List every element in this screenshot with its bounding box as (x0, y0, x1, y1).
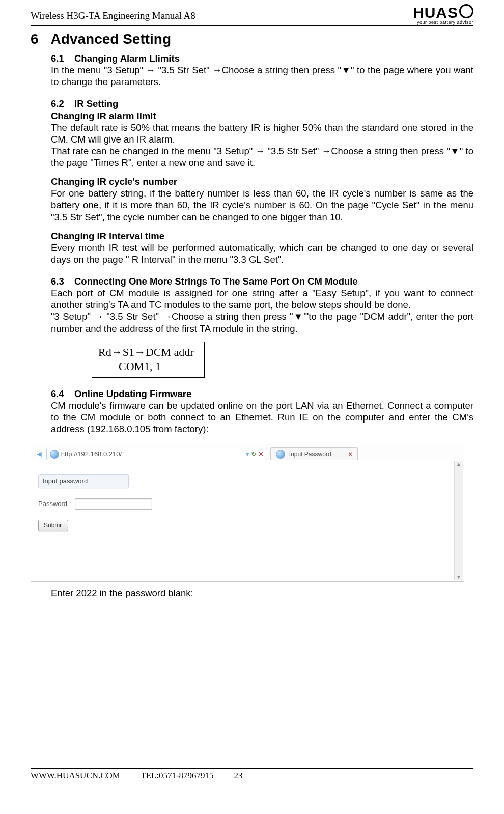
logo-circle-icon (459, 4, 473, 18)
subsection-6-3-heading: 6.3Connecting One More Strings To The Sa… (51, 275, 473, 287)
browser-viewport: Input password Password : Submit ▲ ▼ (31, 460, 464, 581)
subsection-num: 6.3 (51, 275, 74, 287)
scroll-up-icon[interactable]: ▲ (456, 461, 461, 468)
brand-logo: HUAS your best battery advisor (413, 5, 473, 24)
lcd-display-box: Rd→S1→DCM addr COM1, 1 (92, 342, 205, 378)
doc-title: Wireless H3G-TA Engineering Manual A8 (31, 5, 195, 21)
subsection-6-4-heading: 6.4Online Updating Firmware (51, 388, 473, 400)
subsection-num: 6.1 (51, 52, 74, 64)
body-text: "3 Setup" → "3.5 Str Set" →Choose a stri… (51, 311, 473, 334)
address-bar-controls: ▾ ↻ ✕ (243, 450, 264, 458)
body-text: The default rate is 50% that means the b… (51, 122, 473, 145)
subsection-title: IR Setting (74, 98, 118, 109)
scrollbar[interactable]: ▲ ▼ (454, 461, 463, 580)
footer-site: WWW.HUASUCN.COM (31, 771, 120, 781)
ie-icon (276, 450, 285, 459)
subsection-title: Connecting One More Strings To The Same … (74, 276, 358, 287)
tab-title: Input Password (289, 451, 331, 458)
back-icon[interactable]: ◄ (35, 449, 43, 459)
page-footer: WWW.HUASUCN.COM TEL:0571-87967915 23 (31, 771, 243, 781)
browser-tab[interactable]: Input Password × (270, 447, 358, 460)
url-text: http://192.168.0.210/ (61, 450, 122, 458)
subsection-num: 6.2 (51, 98, 74, 109)
body-text: Enter 2022 in the password blank: (51, 587, 473, 599)
subsection-6-1-heading: 6.1Changing Alarm Llimits (51, 52, 473, 64)
scroll-down-icon[interactable]: ▼ (456, 574, 461, 581)
section-heading: 6Advanced Setting (31, 31, 473, 47)
browser-toolbar: ◄ http://192.168.0.210/ ▾ ↻ ✕ Input Pass… (31, 444, 464, 460)
dropdown-icon[interactable]: ▾ (246, 450, 249, 458)
logo-tagline: your best battery advisor (417, 20, 473, 24)
paragraph-heading: Changing IR alarm limit (51, 110, 473, 122)
address-bar[interactable]: http://192.168.0.210/ ▾ ↻ ✕ (46, 448, 267, 460)
body-text: For one battery string, if the battery n… (51, 187, 473, 222)
refresh-icon[interactable]: ↻ (251, 450, 257, 458)
subsection-num: 6.4 (51, 388, 74, 400)
footer-tel: TEL:0571-87967915 (141, 771, 214, 781)
section-title: Advanced Setting (51, 31, 171, 47)
logo-text: HUAS (413, 6, 458, 19)
close-icon[interactable]: × (349, 451, 352, 458)
ie-icon (50, 450, 59, 459)
panel-title: Input password (38, 474, 129, 488)
subsection-title: Online Updating Firmware (74, 388, 191, 399)
section-number: 6 (31, 31, 39, 47)
body-text: CM module's firmware can be updated onli… (51, 400, 473, 435)
stop-icon[interactable]: ✕ (258, 450, 264, 458)
body-text: That rate can be changed in the menu "3 … (51, 145, 473, 169)
paragraph-heading: Changing IR interval time (51, 230, 473, 242)
password-input[interactable] (75, 498, 152, 510)
submit-button[interactable]: Submit (38, 520, 68, 531)
subsection-6-2-heading: 6.2IR Setting (51, 98, 473, 109)
paragraph-heading: Changing IR cycle's number (51, 176, 473, 187)
body-text: Every month IR test will be performed au… (51, 242, 473, 265)
lcd-line-1: Rd→S1→DCM addr (98, 345, 194, 360)
password-label: Password : (38, 500, 71, 508)
subsection-title: Changing Alarm Llimits (74, 53, 180, 64)
body-text: In the menu "3 Setup" → "3.5 Str Set" →C… (51, 64, 473, 88)
lcd-line-2: COM1, 1 (98, 359, 194, 374)
body-text: Each port of CM module is assigned for o… (51, 287, 473, 311)
browser-screenshot: ◄ http://192.168.0.210/ ▾ ↻ ✕ Input Pass… (31, 444, 464, 582)
footer-page: 23 (234, 771, 243, 781)
